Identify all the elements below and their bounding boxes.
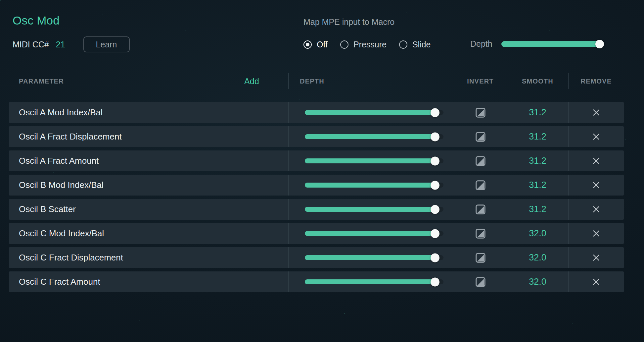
table-row: Oscil B Mod Index/Bal 31.2 (9, 175, 624, 196)
column-header-smooth: SMOOTH (507, 73, 568, 89)
invert-icon (476, 277, 485, 287)
parameter-name: Oscil A Mod Index/Bal (9, 102, 288, 123)
smooth-value[interactable]: 31.2 (507, 175, 568, 196)
smooth-value[interactable]: 32.0 (507, 223, 568, 244)
macro-depth-slider-thumb[interactable] (595, 40, 604, 48)
invert-button[interactable] (476, 108, 485, 118)
remove-button[interactable] (592, 133, 600, 141)
row-depth-slider[interactable] (305, 255, 443, 260)
invert-button[interactable] (476, 277, 485, 287)
row-depth-slider[interactable] (305, 231, 443, 236)
invert-button[interactable] (476, 180, 485, 190)
table-row: Oscil C Fract Amount 32.0 (9, 271, 624, 292)
remove-button[interactable] (592, 229, 600, 238)
close-icon (592, 205, 600, 213)
table-row: Oscil A Mod Index/Bal 31.2 (9, 102, 624, 123)
macro-depth-label: Depth (470, 39, 492, 49)
midi-cc-value[interactable]: 21 (56, 40, 65, 49)
invert-button[interactable] (476, 132, 485, 142)
column-header-invert: INVERT (454, 73, 507, 89)
row-depth-fill (305, 158, 438, 163)
row-depth-thumb[interactable] (431, 108, 439, 117)
row-depth-slider[interactable] (305, 183, 443, 188)
smooth-value[interactable]: 31.2 (507, 199, 568, 220)
remove-button[interactable] (592, 205, 600, 213)
radio-label: Pressure (353, 40, 387, 49)
remove-button[interactable] (592, 157, 600, 165)
row-depth-slider[interactable] (305, 134, 443, 139)
smooth-value[interactable]: 32.0 (507, 247, 568, 268)
mpe-radio-option[interactable]: Slide (399, 40, 431, 49)
invert-icon (476, 132, 485, 142)
row-depth-thumb[interactable] (431, 229, 439, 238)
invert-button[interactable] (476, 253, 485, 263)
invert-icon (476, 108, 485, 118)
parameter-name: Oscil C Fract Displacement (9, 247, 288, 268)
radio-label: Slide (412, 40, 431, 49)
invert-button[interactable] (476, 204, 485, 214)
table-row: Oscil A Fract Amount 31.2 (9, 150, 624, 171)
table-rows: Oscil A Mod Index/Bal 31.2 (9, 102, 624, 292)
parameter-name: Oscil C Fract Amount (9, 271, 288, 292)
parameter-name: Oscil A Fract Displacement (9, 126, 288, 147)
invert-icon (476, 156, 485, 166)
table-row: Oscil C Fract Displacement 32.0 (9, 247, 624, 268)
remove-button[interactable] (592, 181, 600, 189)
close-icon (592, 254, 600, 262)
add-parameter-button[interactable]: Add (244, 77, 259, 86)
row-depth-fill (305, 110, 438, 115)
parameter-name: Oscil C Mod Index/Bal (9, 223, 288, 244)
table-row: Oscil A Fract Displacement 31.2 (9, 126, 624, 147)
osc-mod-panel: Osc Mod MIDI CC# 21 Learn Map MPE input … (0, 0, 644, 342)
page-title: Osc Mod (13, 14, 60, 27)
row-depth-thumb[interactable] (431, 132, 439, 141)
radio-icon (399, 40, 407, 49)
parameter-name: Oscil B Scatter (9, 199, 288, 220)
row-depth-slider[interactable] (305, 110, 443, 115)
radio-icon (303, 40, 312, 49)
row-depth-thumb[interactable] (431, 253, 439, 262)
table-row: Oscil C Mod Index/Bal 32.0 (9, 223, 624, 244)
row-depth-fill (305, 255, 438, 260)
mpe-radio-option[interactable]: Pressure (340, 40, 387, 49)
background-texture (0, 0, 1, 1)
table-row: Oscil B Scatter 31.2 (9, 199, 624, 220)
column-header-depth: DEPTH (288, 73, 454, 89)
close-icon (592, 229, 600, 238)
row-depth-fill (305, 279, 438, 284)
smooth-value[interactable]: 32.0 (507, 271, 568, 292)
invert-button[interactable] (476, 229, 485, 239)
row-depth-thumb[interactable] (431, 277, 439, 286)
close-icon (592, 133, 600, 141)
row-depth-slider[interactable] (305, 158, 443, 163)
macro-depth-slider[interactable] (501, 41, 604, 47)
row-depth-fill (305, 134, 438, 139)
column-header-parameter: PARAMETER (19, 78, 64, 85)
row-depth-thumb[interactable] (431, 205, 439, 214)
column-header-remove: REMOVE (568, 73, 624, 89)
midi-cc-label: MIDI CC# (13, 40, 49, 49)
smooth-value[interactable]: 31.2 (507, 126, 568, 147)
row-depth-slider[interactable] (305, 279, 443, 284)
mpe-radio-group: Off Pressure Slide (303, 36, 443, 52)
remove-button[interactable] (592, 278, 600, 286)
close-icon (592, 278, 600, 286)
table-header-row: PARAMETER Add DEPTH INVERT SMOOTH REMOVE (9, 73, 624, 89)
smooth-value[interactable]: 31.2 (507, 102, 568, 123)
radio-label: Off (317, 40, 328, 49)
invert-button[interactable] (476, 156, 485, 166)
invert-icon (476, 229, 485, 239)
close-icon (592, 108, 600, 117)
invert-icon (476, 253, 485, 263)
close-icon (592, 181, 600, 189)
remove-button[interactable] (592, 108, 600, 117)
learn-button[interactable]: Learn (83, 36, 130, 52)
parameter-name: Oscil A Fract Amount (9, 150, 288, 171)
row-depth-thumb[interactable] (431, 156, 439, 165)
row-depth-slider[interactable] (305, 207, 443, 212)
mpe-radio-option[interactable]: Off (303, 40, 328, 49)
smooth-value[interactable]: 31.2 (507, 150, 568, 171)
mapping-table: PARAMETER Add DEPTH INVERT SMOOTH REMOVE… (9, 73, 624, 296)
remove-button[interactable] (592, 254, 600, 262)
row-depth-thumb[interactable] (431, 181, 439, 190)
